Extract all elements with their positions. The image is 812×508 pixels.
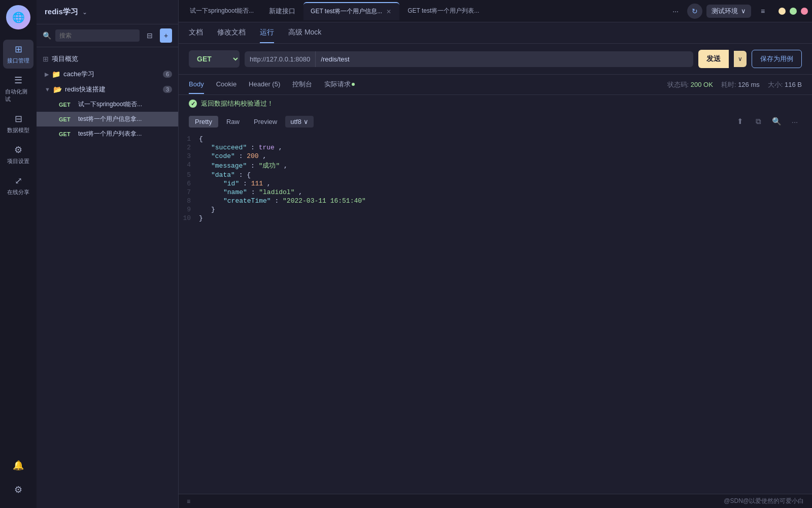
maximize-button[interactable]: [790, 8, 797, 15]
json-line: 10 }: [179, 214, 812, 223]
project-title: redis学习: [45, 7, 78, 17]
line-content: "id" : 111 ,: [199, 180, 812, 187]
tab-label: 试一下springboot能否...: [190, 7, 254, 15]
minimize-button[interactable]: [779, 8, 786, 15]
app-logo: 🌐: [6, 5, 30, 29]
project-arrow-icon: ⌄: [82, 9, 87, 16]
json-line: 1 {: [179, 135, 812, 143]
time-value: 126 ms: [738, 81, 760, 88]
status-bar-right: @SDN@以爱使然的可爱小白: [724, 497, 804, 505]
status-label: 状态码: 200 OK: [667, 80, 713, 89]
response-tab-actual[interactable]: 实际请求: [324, 75, 355, 95]
tab-get-user-info[interactable]: GET test将一个用户信息... ✕: [303, 2, 399, 20]
gear-button[interactable]: ⚙: [8, 480, 28, 500]
response-tab-console[interactable]: 控制台: [292, 75, 312, 95]
send-button[interactable]: 发送: [698, 50, 729, 68]
line-content: {: [199, 135, 812, 143]
subnav-mock[interactable]: 高级 Mock: [288, 23, 321, 43]
menu-button[interactable]: ≡: [755, 4, 770, 19]
folder-redis-label: redis快速搭建: [65, 85, 160, 94]
env-label: 测试环境: [712, 7, 738, 16]
line-content: "succeed" : true ,: [199, 144, 812, 151]
sidebar-item-datamodel[interactable]: ⊟ 数据模型: [3, 109, 33, 138]
sidebar-icons: 🌐 ⊞ 接口管理 ☰ 自动化测试 ⊟ 数据模型 ⚙ 项目设置 ⤢ 在线分享 🔔 …: [0, 0, 37, 508]
tab-close-icon[interactable]: ✕: [385, 7, 392, 16]
response-tabs: Body Cookie Header (5) 控制台 实际请求 状态码: 200…: [179, 75, 812, 95]
export-icon[interactable]: ⬆: [733, 114, 747, 129]
api-label-1: 试一下springboot能否...: [78, 100, 172, 109]
response-tab-cookie[interactable]: Cookie: [216, 75, 236, 94]
api-label-3: test将一个用户列表拿...: [78, 130, 172, 138]
tab-actions: ··· ↻ 测试环境 ∨ ≡: [668, 4, 808, 19]
tab-get-user-list[interactable]: GET test将一个用户列表...: [400, 2, 486, 20]
search-icon: 🔍: [43, 31, 51, 40]
send-label: 发送: [706, 54, 721, 64]
search-input[interactable]: [55, 29, 140, 42]
method-select[interactable]: GET POST PUT DELETE: [189, 50, 240, 68]
line-content: "data" : {: [199, 171, 812, 179]
sidebar-item-settings[interactable]: ⚙ 项目设置: [3, 140, 33, 169]
sidebar-item-share[interactable]: ⤢ 在线分享: [3, 171, 33, 200]
json-line: 5 "data" : {: [179, 171, 812, 179]
project-tree: ⊞ 项目概览 ▶ 📁 cache学习 6 ▼ 📂 redis快速搭建 3 GET…: [37, 47, 178, 508]
tab-label: GET test将一个用户信息...: [311, 7, 382, 16]
refresh-button[interactable]: ↻: [687, 4, 702, 19]
line-content: "message" : "成功" ,: [199, 161, 812, 170]
share-icon: ⤢: [15, 175, 22, 186]
sidebar-bottom: 🔔 ⚙: [8, 455, 28, 508]
encoding-arrow-icon: ∨: [303, 118, 309, 125]
copy-icon[interactable]: ⧉: [751, 114, 765, 129]
sidebar-item-label: 接口管理: [7, 57, 29, 65]
overview-icon: ⊞: [43, 55, 49, 63]
line-number: 5: [179, 171, 199, 179]
window-controls: [779, 8, 808, 15]
env-selector[interactable]: 测试环境 ∨: [706, 5, 751, 18]
folder-cache[interactable]: ▶ 📁 cache学习 6: [37, 67, 178, 82]
response-tab-header[interactable]: Header (5): [249, 75, 280, 94]
format-pretty-button[interactable]: Pretty: [189, 116, 218, 128]
dot-indicator: [352, 83, 355, 86]
datamodel-icon: ⊟: [15, 113, 22, 124]
api-item-1[interactable]: GET 试一下springboot能否...: [37, 97, 178, 112]
save-as-case-button[interactable]: 保存为用例: [752, 50, 802, 68]
add-button[interactable]: +: [160, 28, 172, 43]
sidebar-item-autotest[interactable]: ☰ 自动化测试: [3, 71, 33, 107]
subnav-run[interactable]: 运行: [260, 23, 274, 43]
format-preview-button[interactable]: Preview: [248, 116, 283, 128]
response-area: Body Cookie Header (5) 控制台 实际请求 状态码: 200…: [179, 75, 812, 494]
save-label: 保存为用例: [760, 55, 793, 62]
panel-header: redis学习 ⌄: [37, 0, 178, 24]
url-bar: GET POST PUT DELETE http://127.0.0.1:808…: [179, 44, 812, 75]
overview-item[interactable]: ⊞ 项目概览: [37, 51, 178, 67]
sidebar-item-interface[interactable]: ⊞ 接口管理: [3, 40, 33, 69]
notifications-button[interactable]: 🔔: [8, 455, 28, 475]
more-tabs-button[interactable]: ···: [668, 4, 683, 19]
api-item-3[interactable]: GET test将一个用户列表拿...: [37, 126, 178, 141]
api-item-2[interactable]: GET test将一个用户信息拿...: [37, 112, 178, 126]
folder-expand-icon: ▶: [45, 71, 49, 78]
format-raw-button[interactable]: Raw: [220, 116, 246, 128]
line-number: 1: [179, 135, 199, 143]
format-toolbar: Pretty Raw Preview utf8 ∨ ⬆ ⧉ 🔍 ···: [179, 112, 812, 131]
search-icon[interactable]: 🔍: [769, 114, 784, 129]
close-button[interactable]: [801, 8, 808, 15]
json-line: 7 "name" : "ladidol" ,: [179, 188, 812, 197]
encoding-select[interactable]: utf8 ∨: [285, 116, 314, 128]
send-arrow-button[interactable]: ∨: [734, 51, 747, 67]
tab-springboot[interactable]: 试一下springboot能否...: [183, 2, 261, 20]
line-number: 4: [179, 161, 199, 169]
line-number: 2: [179, 144, 199, 151]
more-icon[interactable]: ···: [788, 114, 802, 129]
status-value: 200 OK: [691, 81, 713, 88]
overview-label: 项目概览: [52, 54, 172, 64]
subnav-edit-docs[interactable]: 修改文档: [217, 23, 246, 43]
tab-new-api[interactable]: 新建接口: [262, 2, 302, 20]
panel-search-bar: 🔍 ⊟ +: [37, 24, 178, 47]
filter-button[interactable]: ⊟: [144, 28, 156, 43]
url-path: /redis/test: [316, 51, 354, 67]
response-tab-body[interactable]: Body: [189, 75, 204, 94]
subnav-docs[interactable]: 文档: [189, 23, 203, 43]
response-meta: 状态码: 200 OK 耗时: 126 ms 大小: 116 B: [667, 80, 802, 89]
folder-redis[interactable]: ▼ 📂 redis快速搭建 3: [37, 82, 178, 97]
size-value: 116 B: [785, 81, 802, 88]
